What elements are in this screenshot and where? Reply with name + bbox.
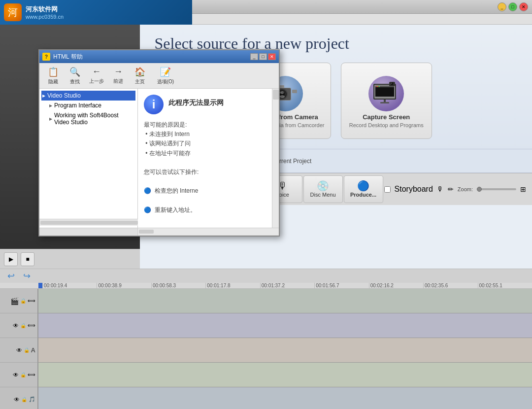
back-label: 上一步 (89, 78, 104, 85)
track-labels: 🎬 🔒 ⟺ 👁 🔒 ⟺ 👁 🔒 A 👁 (0, 289, 38, 409)
svg-point-10 (281, 91, 284, 94)
back-icon: ← (92, 67, 101, 77)
redo-button[interactable]: ↪ (20, 269, 33, 283)
produce-label: Produce... (350, 192, 376, 198)
minimize-button[interactable]: _ (498, 2, 506, 11)
disc-menu-icon: 💿 (317, 181, 329, 191)
watermark-url: www.pc0359.cn (26, 14, 64, 20)
video2-eye[interactable]: 👁 (13, 372, 19, 378)
text1-lock[interactable]: 🔒 (24, 347, 30, 353)
help-home-button[interactable]: 🏠 主页 (130, 66, 150, 86)
audio2-eye[interactable]: 👁 (14, 396, 20, 403)
video2-lock[interactable]: 🔒 (20, 372, 26, 377)
storyboard-checkbox[interactable] (384, 186, 391, 193)
help-hide-button[interactable]: 📋 隐藏 (43, 66, 63, 86)
help-info-icon: i (144, 95, 164, 114)
help-main: i 此程序无法显示网 最可能的原因是: • 未连接到 Intern • 该网站遇… (138, 89, 279, 228)
zoom-label: Zoom: (458, 186, 473, 192)
text1-eye[interactable]: 👁 (16, 347, 22, 354)
options-icon: 📝 (160, 67, 171, 77)
audio1-lock[interactable]: 🔒 (20, 323, 26, 328)
stop-button[interactable]: ■ (21, 252, 34, 266)
help-maximize-button[interactable]: □ (259, 53, 267, 60)
video2-expand[interactable]: ⟺ (28, 372, 35, 378)
screen-card-title: Capture Screen (363, 113, 410, 121)
timeline-ruler: 00:00:19.4 00:00:38.9 00:00:58.3 00:01:1… (0, 283, 532, 289)
source-card-screen[interactable]: Capture Screen Record Desktop and Progra… (341, 63, 432, 139)
tree-arrow-videostudio: ▶ (42, 94, 45, 98)
timeline-area: ↩ ↪ 00:00:19.4 00:00:38.9 00:00:58.3 00:… (0, 269, 532, 409)
tree-label-videostudio: Video Studio (47, 92, 81, 99)
storyboard-label: Storyboard (395, 185, 433, 194)
tree-arrow-workingwith: ▶ (49, 117, 52, 121)
mic-icon: 🎙 (437, 185, 444, 193)
watermark-name: 河东软件网 (26, 5, 64, 14)
track-label-video1: 🎬 🔒 ⟺ (0, 289, 37, 313)
video1-expand[interactable]: ⟺ (28, 298, 35, 304)
ruler-mark-7: 00:02:35.6 (423, 283, 477, 288)
help-back-button[interactable]: ← 上一步 (87, 66, 106, 86)
track-row-text1[interactable] (38, 338, 532, 363)
home-icon: 🏠 (134, 67, 145, 77)
help-window-controls: _ □ ✕ (250, 53, 276, 60)
svg-point-18 (377, 86, 378, 87)
track-label-audio2: 👁 🔒 🎵 (0, 387, 37, 409)
forward-icon: → (114, 67, 123, 77)
tree-label-programinterface: Program Interface (54, 102, 101, 109)
track-row-audio2[interactable] (38, 387, 532, 409)
svg-point-17 (376, 86, 377, 87)
tree-arrow-program: ▶ (49, 103, 52, 108)
audio2-lock[interactable]: 🔒 (21, 397, 27, 402)
home-label: 主页 (135, 78, 145, 85)
help-forward-button[interactable]: → 前进 (108, 66, 128, 86)
tree-label-workingwith: Working with Soft4Boost Video Studio (54, 112, 134, 126)
maximize-button[interactable]: □ (508, 2, 517, 11)
help-tree-item-videostudio[interactable]: ▶ Video Studio (41, 91, 135, 101)
find-icon: 🔍 (69, 67, 80, 77)
options-label: 选项(O) (157, 78, 174, 85)
window-controls: _ □ ✕ (498, 2, 528, 11)
help-options-button[interactable]: 📝 选项(O) (152, 66, 179, 86)
help-toolbar: 📋 隐藏 🔍 查找 ← 上一步 → 前进 🏠 主页 📝 选项(O) (39, 63, 279, 89)
ruler-mark-5: 00:01:56.7 (314, 283, 368, 288)
help-scroll-content: i 此程序无法显示网 最可能的原因是: • 未连接到 Intern • 该网站遇… (138, 89, 279, 228)
hide-label: 隐藏 (48, 78, 58, 85)
help-minimize-button[interactable]: _ (250, 53, 258, 60)
track-row-video1[interactable] (38, 289, 532, 313)
help-close-button[interactable]: ✕ (268, 53, 276, 60)
help-error-body: 最可能的原因是: • 未连接到 Intern • 该网站遇到了问 • 在地址中可… (144, 120, 273, 215)
produce-button[interactable]: 🔵 Produce... (344, 175, 383, 203)
track-label-text1: 👁 🔒 A (0, 338, 37, 363)
help-bottom-scrollbar (39, 228, 279, 236)
help-tree-item-programinterface[interactable]: ▶ Program Interface (41, 101, 135, 110)
track-row-video2[interactable] (38, 363, 532, 387)
player-controls: ▶ ■ (0, 249, 140, 269)
help-tree-item-workingwith[interactable]: ▶ Working with Soft4Boost Video Studio (41, 110, 135, 127)
disc-menu-button[interactable]: 💿 Disc Menu (303, 175, 343, 203)
find-label: 查找 (70, 78, 80, 85)
zoom-slider[interactable] (477, 188, 516, 190)
audio1-expand[interactable]: ⟺ (28, 322, 35, 329)
screen-card-subtitle: Record Desktop and Programs (349, 122, 424, 128)
zoom-fit-icon[interactable]: ⊞ (520, 185, 526, 193)
storyboard-area: Storyboard 🎙 ✏ Zoom: ⊞ (384, 185, 530, 194)
undo-button[interactable]: ↩ (4, 269, 18, 283)
screen-svg (366, 74, 406, 113)
video1-lock[interactable]: 🔒 (20, 298, 26, 304)
track-label-video2: 👁 🔒 ⟺ (0, 363, 37, 387)
text1-text: A (31, 346, 35, 354)
track-content (38, 289, 532, 409)
play-button[interactable]: ▶ (4, 252, 18, 266)
ruler-mark-0: 00:00:19.4 (42, 283, 97, 288)
svg-rect-21 (380, 102, 389, 103)
ruler-mark-2: 00:00:58.3 (151, 283, 205, 288)
help-window-icon: ? (42, 53, 50, 61)
track-row-audio1[interactable] (38, 313, 532, 338)
help-tree: ▶ Video Studio ▶ Program Interface ▶ Wor… (39, 89, 138, 228)
close-button[interactable]: ✕ (519, 2, 528, 11)
help-error-title: 此程序无法显示网 (168, 95, 224, 107)
ruler-mark-3: 00:01:17.8 (205, 283, 260, 288)
timeline-tracks: 🎬 🔒 ⟺ 👁 🔒 ⟺ 👁 🔒 A 👁 (0, 289, 532, 409)
audio1-eye[interactable]: 👁 (13, 322, 19, 329)
help-find-button[interactable]: 🔍 查找 (65, 66, 85, 86)
